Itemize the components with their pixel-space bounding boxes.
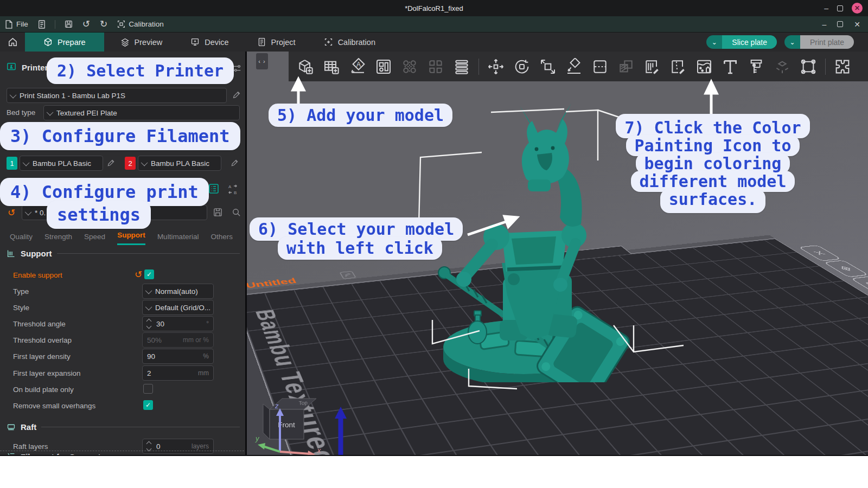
add-model-icon[interactable] (296, 57, 315, 76)
notes-menu[interactable] (33, 16, 50, 32)
printer-preset-select[interactable]: Print Station 1 - Bambu Lab P1S (7, 88, 227, 103)
print-plate-button[interactable]: ⌄ Print plate (784, 35, 854, 49)
reset-value-icon[interactable]: ↺ (135, 270, 142, 279)
raft-section-icon (7, 422, 16, 432)
process-tab-support[interactable]: Support (117, 228, 145, 245)
tab-preview[interactable]: Preview (106, 33, 177, 52)
calibration-menu[interactable]: Calibration (112, 16, 169, 32)
support-type-select[interactable]: Normal(auto) (142, 284, 214, 299)
save-preset-button[interactable] (213, 207, 223, 220)
threshold-overlap-label: Threshold overlap (13, 336, 72, 344)
seam-painting-icon[interactable] (669, 57, 687, 76)
axis-x-label: x (317, 446, 321, 454)
process-tab-multimaterial[interactable]: Multimaterial (157, 229, 199, 245)
auto-orient-icon[interactable]: A (348, 57, 367, 76)
close-button[interactable]: ✕ (852, 3, 863, 14)
filament-2-badge[interactable]: 2 (125, 157, 136, 170)
filament-1-badge[interactable]: 1 (7, 157, 17, 170)
slice-dropdown-chevron-icon[interactable]: ⌄ (706, 35, 722, 49)
split-to-objects-icon[interactable] (400, 57, 419, 76)
tab-device[interactable]: Device (176, 33, 242, 52)
variable-layer-height-icon[interactable] (452, 57, 471, 76)
minimize-button[interactable]: – (824, 4, 828, 12)
split-to-parts-icon[interactable] (426, 57, 445, 76)
printer-header: Printer (22, 63, 48, 72)
rotate-icon[interactable] (513, 57, 531, 76)
sidebar: Printer Print Station 1 - Bambu Lab P1S … (0, 52, 247, 456)
threshold-overlap-input[interactable]: 50% mm or % (142, 332, 214, 348)
first-layer-expansion-input[interactable]: 2 mm (142, 365, 214, 381)
spinner-icon[interactable] (147, 442, 151, 451)
plugins-icon[interactable] (833, 57, 852, 76)
chevron-down-icon (145, 287, 152, 294)
plate-lock-icon[interactable] (339, 271, 356, 279)
arrange-icon[interactable] (374, 57, 393, 76)
arrange-plate-icon[interactable] (850, 276, 868, 294)
home-button[interactable] (0, 33, 25, 52)
printer-edit-button[interactable] (232, 90, 241, 102)
delete-plate-icon[interactable] (798, 245, 841, 261)
on-build-plate-only-label: On build plate only (13, 386, 74, 394)
plate-name-label[interactable]: Untitled (247, 277, 298, 290)
process-tab-quality[interactable]: Quality (10, 229, 33, 245)
filament-1-select[interactable]: Bambu PLA Basic (20, 156, 103, 171)
filament-2-select[interactable]: Bambu PLA Basic (138, 156, 221, 171)
cut-icon[interactable] (591, 57, 609, 76)
scale-icon[interactable] (539, 57, 557, 76)
print-dropdown-chevron-icon[interactable]: ⌄ (784, 35, 800, 49)
maximize-button-2[interactable] (837, 21, 843, 27)
process-tab-strength[interactable]: Strength (44, 229, 72, 245)
first-layer-expansion-label: First layer expansion (13, 369, 81, 377)
annotation-color-painting: 7) Click the Color Painting Icon to begi… (610, 114, 816, 213)
maximize-button[interactable] (837, 5, 843, 11)
fix-model-icon[interactable] (799, 57, 818, 76)
spinner-icon[interactable] (147, 319, 151, 328)
color-painting-icon[interactable] (695, 57, 713, 76)
main-tab-bar: Prepare Preview Device Project Calibrati… (0, 33, 868, 52)
redo-button[interactable]: ↻ (95, 16, 112, 32)
minimize-button-2[interactable]: – (822, 20, 826, 29)
filament-sync-ab-icon[interactable]: AB (227, 183, 239, 195)
toolbar-separator (825, 59, 826, 75)
add-text-icon[interactable] (721, 57, 739, 76)
calibration-icon (117, 20, 125, 28)
filament-1-edit-button[interactable] (106, 158, 116, 170)
process-tab-speed[interactable]: Speed (84, 229, 105, 245)
search-preset-button[interactable] (231, 207, 241, 220)
collapse-sidebar-button[interactable]: ‹ › (256, 53, 268, 69)
support-painting-icon[interactable] (643, 57, 661, 76)
filament-list-icon[interactable] (208, 183, 219, 194)
filament-2-edit-button[interactable] (230, 158, 239, 170)
type-label: Type (13, 287, 29, 296)
navcube-top-label: Top (298, 400, 308, 406)
support-style-select[interactable]: Default (Grid/O... (142, 300, 214, 315)
add-plate-icon[interactable] (322, 57, 341, 76)
process-tab-others[interactable]: Others (210, 229, 233, 245)
tab-calibration[interactable]: Calibration (310, 33, 390, 52)
undo-button[interactable]: ↺ (78, 16, 95, 32)
close-button-2[interactable]: ✕ (854, 20, 860, 29)
tab-project[interactable]: Project (243, 33, 310, 52)
edit-pencil-icon (106, 158, 116, 168)
first-layer-density-input[interactable]: 90 % (142, 349, 214, 364)
slice-plate-button[interactable]: ⌄ Slice plate (706, 35, 777, 49)
threshold-angle-input[interactable]: 30 ° (142, 316, 214, 331)
support-section-header: Support (21, 249, 52, 258)
measure-icon[interactable] (747, 57, 765, 76)
device-icon (190, 37, 200, 47)
mesh-boolean-icon[interactable] (617, 57, 635, 76)
enable-support-checkbox[interactable]: ✓ (144, 269, 154, 279)
place-on-face-icon[interactable] (565, 57, 583, 76)
move-icon[interactable] (487, 57, 505, 76)
remove-small-overhangs-checkbox[interactable]: ✓ (143, 400, 153, 410)
bed-type-select[interactable]: Textured PEI Plate (43, 105, 240, 120)
save-button[interactable] (60, 16, 78, 32)
orient-plate-icon[interactable] (824, 260, 868, 278)
on-build-plate-only-checkbox[interactable] (143, 384, 153, 394)
save-icon (213, 207, 223, 217)
filament-for-supports-header: Filament for Supports (21, 452, 105, 456)
assembly-view-icon[interactable] (773, 57, 792, 76)
file-menu[interactable]: File (0, 16, 33, 32)
navigation-cube[interactable]: Top Front z y x (251, 392, 343, 456)
tab-prepare[interactable]: Prepare (25, 33, 104, 52)
